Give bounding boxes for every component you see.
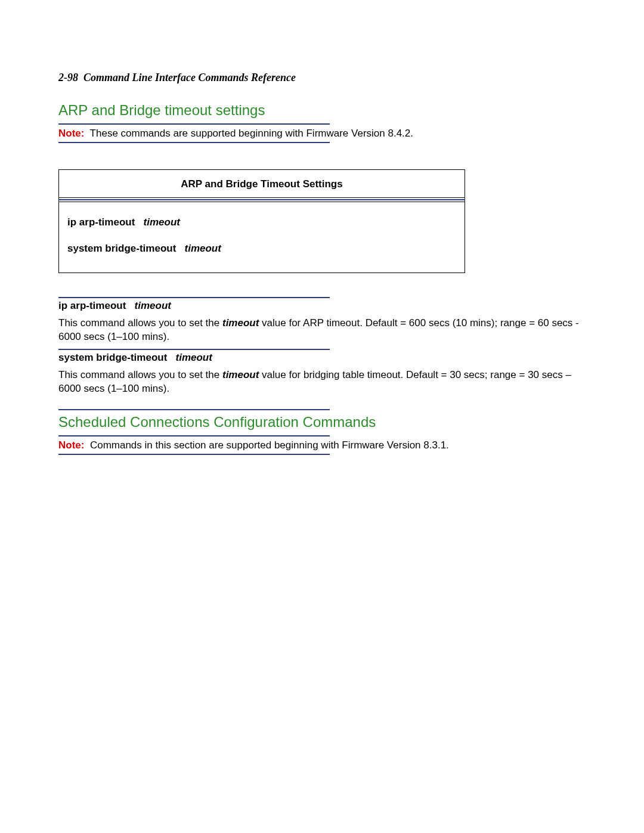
description-emph: timeout [222,317,259,329]
command-row: system bridge-timeout timeout [67,243,456,255]
note-text: These commands are supported beginning w… [90,128,413,139]
page-reference: 2-98 [58,72,78,83]
command-table-body: ip arp-timeout timeout system bridge-tim… [59,202,465,272]
section-heading-arp-bridge: ARP and Bridge timeout settings [58,102,586,119]
command-detail: system bridge-timeout timeout This comma… [58,349,586,396]
command-detail-heading: system bridge-timeout timeout [58,352,586,364]
divider [58,409,330,410]
document-page: 2-98 Command Line Interface Commands Ref… [0,0,644,455]
divider [58,435,330,436]
divider [58,297,330,298]
command-row: ip arp-timeout timeout [67,216,456,228]
divider [58,349,330,350]
running-header: 2-98 Command Line Interface Commands Ref… [58,72,586,84]
command-arg: timeout [176,352,212,363]
command-name: system bridge-timeout [58,352,167,363]
document-title: Command Line Interface Commands Referenc… [83,72,296,83]
divider [58,199,465,200]
command-description: This command allows you to set the timeo… [58,368,586,396]
command-description: This command allows you to set the timeo… [58,317,586,344]
command-detail: ip arp-timeout timeout This command allo… [58,297,586,344]
divider [58,142,330,143]
command-arg: timeout [185,243,221,254]
divider [58,123,330,125]
command-detail-heading: ip arp-timeout timeout [58,300,586,312]
note-label: Note: [58,128,84,139]
section-heading-scheduled-connections: Scheduled Connections Configuration Comm… [58,414,586,431]
command-name: system bridge-timeout [67,243,176,254]
note-line: Note: Commands in this section are suppo… [58,439,586,453]
command-name: ip arp-timeout [67,216,135,228]
description-text: This command allows you to set the [58,317,222,329]
note-text: Commands in this section are supported b… [90,439,449,451]
description-emph: timeout [222,369,259,380]
note-line: Note: These commands are supported begin… [58,127,586,141]
divider [58,454,330,455]
command-arg: timeout [135,300,171,311]
command-name: ip arp-timeout [58,300,126,311]
table-separator [58,197,465,202]
command-arg: timeout [144,216,180,228]
command-table-title: ARP and Bridge Timeout Settings [59,170,465,197]
command-table: ARP and Bridge Timeout Settings ip arp-t… [58,169,465,273]
description-text: This command allows you to set the [58,369,222,380]
note-label: Note: [58,439,84,451]
